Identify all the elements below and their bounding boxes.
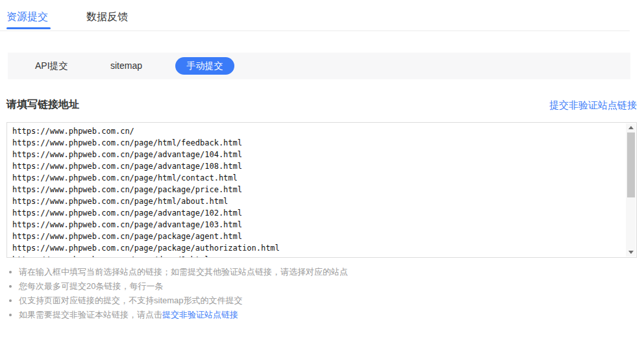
note-text: 仅支持页面对应链接的提交，不支持sitemap形式的文件提交 xyxy=(19,295,243,305)
note-text: 您每次最多可提交20条链接，每行一条 xyxy=(19,281,163,291)
url-input-label: 请填写链接地址 xyxy=(6,98,79,112)
url-textarea-content[interactable]: https://www.phpweb.com.cn/ https://www.p… xyxy=(12,125,622,257)
scrollbar-thumb[interactable] xyxy=(627,132,635,197)
tab-data-feedback[interactable]: 数据反馈 xyxy=(86,10,128,24)
scroll-down-icon[interactable] xyxy=(626,247,636,257)
note-text: 如果需要提交非验证本站链接，请点击 xyxy=(19,310,162,320)
subtab-sitemap[interactable]: sitemap xyxy=(110,53,142,79)
submit-unverified-site-link[interactable]: 提交非验证站点链接 xyxy=(549,99,637,112)
note-item: 仅支持页面对应链接的提交，不支持sitemap形式的文件提交 xyxy=(8,294,631,308)
note-item: 请在输入框中填写当前选择站点的链接；如需提交其他验证站点链接，请选择对应的站点 xyxy=(8,265,631,279)
note-item: 您每次最多可提交20条链接，每行一条 xyxy=(8,279,631,294)
tabs-divider xyxy=(0,31,630,31)
bullet-icon xyxy=(9,299,12,302)
resource-submit-page: 资源提交 数据反馈 API提交 sitemap 手动提交 请填写链接地址 提交非… xyxy=(0,0,644,339)
textarea-scrollbar[interactable] xyxy=(626,123,636,257)
bullet-icon xyxy=(9,271,12,273)
bullet-icon xyxy=(9,314,12,316)
url-textarea[interactable]: https://www.phpweb.com.cn/ https://www.p… xyxy=(6,122,637,258)
submit-method-bar: API提交 sitemap 手动提交 xyxy=(8,53,630,79)
scroll-up-icon[interactable] xyxy=(626,123,636,132)
subtab-manual-submit[interactable]: 手动提交 xyxy=(175,57,234,75)
notes-list: 请在输入框中填写当前选择站点的链接；如需提交其他验证站点链接，请选择对应的站点 … xyxy=(8,265,631,322)
tab-resource-submit[interactable]: 资源提交 xyxy=(6,10,48,24)
subtab-api-submit[interactable]: API提交 xyxy=(35,53,68,79)
note-text: 请在输入框中填写当前选择站点的链接；如需提交其他验证站点链接，请选择对应的站点 xyxy=(19,267,348,277)
submit-unverified-site-inline-link[interactable]: 提交非验证站点链接 xyxy=(162,310,238,320)
active-tab-underline xyxy=(6,27,51,29)
note-item: 如果需要提交非验证本站链接，请点击提交非验证站点链接 xyxy=(8,308,631,322)
bullet-icon xyxy=(9,285,12,288)
